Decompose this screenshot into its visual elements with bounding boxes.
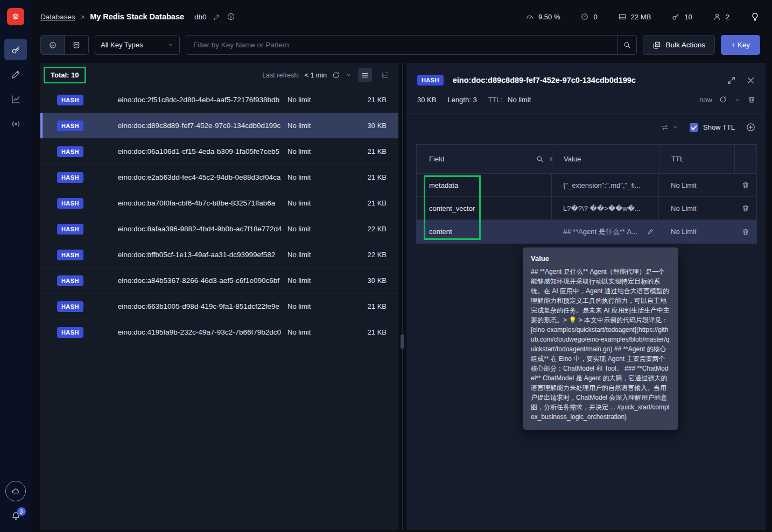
database-info-button[interactable] xyxy=(227,12,235,21)
key-ttl: No limit xyxy=(287,302,348,310)
field-row[interactable]: content_vectorL?�?\? ��>��w�...No Limit xyxy=(417,197,756,220)
search-button[interactable] xyxy=(617,36,636,54)
topbar: Databases > My Redis Stack Database db0 … xyxy=(31,0,772,33)
filter-bar: All Key Types Bulk Actions + Key xyxy=(40,35,760,55)
edit-value-button[interactable] xyxy=(647,228,654,235)
insights-button[interactable] xyxy=(750,12,760,22)
sidebar-item-browser[interactable] xyxy=(4,39,27,60)
field-search-button[interactable] xyxy=(536,155,544,164)
last-refresh-label: Last refresh: xyxy=(262,72,299,79)
key-row[interactable]: HASHeino:doc:ba70f0fa-cbf6-4b7c-b8be-832… xyxy=(40,190,398,216)
key-row[interactable]: HASHeino:doc:663b1005-d98d-419c-9fa1-851… xyxy=(40,294,398,320)
detail-controls: Show TTL xyxy=(406,114,766,140)
key-row[interactable]: HASHeino:doc:e2a563dd-fec4-45c2-94db-0e8… xyxy=(40,165,398,190)
key-type-badge: HASH xyxy=(57,120,83,131)
key-row[interactable]: HASHeino:doc:d89c8d89-fef7-452e-97c0-134… xyxy=(40,113,398,139)
circle-minus-icon xyxy=(48,41,57,49)
delete-key-button[interactable] xyxy=(747,95,756,104)
refresh-key-button[interactable] xyxy=(719,95,727,104)
key-name: eino:doc:06a106d1-cf15-4eda-b309-1fa05fe… xyxy=(118,147,287,155)
field-row[interactable]: content## **Agent 是什么** A...No Limit xyxy=(417,220,756,243)
detail-meta-row: 30 KB Length: 3 TTL: No limit now xyxy=(406,86,766,104)
key-row[interactable]: HASHeino:doc:a84b5367-8266-46d3-aef5-c6f… xyxy=(40,268,398,294)
key-row[interactable]: HASHeino:doc:8afaa396-9882-4bd4-9b0b-ac7… xyxy=(40,216,398,242)
key-row[interactable]: HASHeino:doc:4195fa9b-232c-49a7-93c2-7b6… xyxy=(40,320,398,345)
close-panel-button[interactable] xyxy=(746,75,756,86)
value-format-button[interactable] xyxy=(661,123,679,132)
column-resize-handle[interactable] xyxy=(548,155,555,162)
app-root: 3 Databases > My Redis Stack Database db… xyxy=(0,0,772,532)
sidebar-item-pubsub[interactable] xyxy=(4,113,27,134)
memory-stat: 22 MB xyxy=(618,12,651,21)
bulk-actions-button[interactable]: Bulk Actions xyxy=(643,35,715,55)
key-name: eino:doc:a84b5367-8266-46d3-aef5-c6f1e09… xyxy=(118,276,287,285)
bulk-actions-label: Bulk Actions xyxy=(666,41,706,49)
key-size: 21 KB xyxy=(348,96,387,104)
delete-field-button[interactable] xyxy=(741,181,750,189)
key-ttl: No limit xyxy=(287,328,348,336)
field-value: {"_extension":".md","_fi... xyxy=(563,181,654,189)
key-ttl: No limit xyxy=(287,122,348,130)
resizer-handle[interactable] xyxy=(401,335,404,349)
key-type-badge: HASH xyxy=(57,327,83,338)
cloud-button[interactable] xyxy=(5,481,26,501)
field-value-cell: L?�?\? ��>��w�... xyxy=(552,197,659,219)
bulk-actions-icon xyxy=(652,41,661,49)
notification-badge: 3 xyxy=(17,507,26,516)
key-list-header: Total: 10 Last refresh: < 1 min xyxy=(40,63,398,87)
filter-by-type-toggle[interactable] xyxy=(41,36,65,54)
key-name: eino:doc:4195fa9b-232c-49a7-93c2-7b66f79… xyxy=(118,328,287,336)
commands-speed-icon xyxy=(580,12,589,21)
search-indexes-toggle[interactable] xyxy=(65,36,88,54)
tree-view-button[interactable] xyxy=(378,68,392,82)
last-refresh-value: < 1 min xyxy=(305,72,327,79)
chevron-down-icon xyxy=(672,124,679,131)
key-row[interactable]: HASHeino:doc:06a106d1-cf15-4eda-b309-1fa… xyxy=(40,139,398,165)
key-name: eino:doc:663b1005-d98d-419c-9fa1-851dcf2… xyxy=(118,302,287,310)
key-row[interactable]: HASHeino:doc:bffb05cf-1e13-49af-aa31-dc9… xyxy=(40,242,398,268)
key-type-dropdown[interactable]: All Key Types xyxy=(95,35,180,55)
memory-value: 22 MB xyxy=(631,13,651,21)
sidebar-item-analytics[interactable] xyxy=(4,88,27,110)
refresh-key-options-chevron[interactable] xyxy=(734,96,741,103)
delete-field-button[interactable] xyxy=(741,228,750,236)
ttl-column-header: TTL xyxy=(671,155,684,163)
database-stats: 9.50 % 0 22 MB 10 2 xyxy=(525,12,760,22)
clients-value: 2 xyxy=(726,13,729,21)
key-search-box xyxy=(186,35,637,55)
add-field-button[interactable] xyxy=(746,122,756,132)
swap-icon xyxy=(661,123,669,132)
panel-resizer[interactable] xyxy=(398,63,406,530)
total-keys-label: Total: 10 xyxy=(44,67,86,83)
sidebar-item-workbench[interactable] xyxy=(4,63,27,85)
refresh-keys-button[interactable] xyxy=(332,71,340,80)
edit-database-button[interactable] xyxy=(213,13,220,20)
refresh-options-chevron[interactable] xyxy=(345,72,352,79)
key-row[interactable]: HASHeino:doc:2f51c8dc-2d80-4eb4-aaf5-721… xyxy=(40,87,398,113)
add-key-button[interactable]: + Key xyxy=(721,35,760,55)
checkbox-checked-icon xyxy=(690,123,698,132)
lightbulb-icon xyxy=(750,12,760,22)
key-ttl: No limit xyxy=(287,199,348,207)
db-index-label: db0 xyxy=(194,13,207,21)
breadcrumb-databases-link[interactable]: Databases xyxy=(40,13,75,21)
expand-panel-button[interactable] xyxy=(726,75,736,86)
field-name: content xyxy=(417,220,552,243)
commands-value: 0 xyxy=(593,13,597,21)
ttl-label: TTL: xyxy=(488,96,503,104)
field-row[interactable]: metadata{"_extension":".md","_fi...No Li… xyxy=(417,174,756,197)
total-keys-stat: 10 xyxy=(671,12,692,21)
clients-stat: 2 xyxy=(713,12,729,21)
key-type-badge: HASH xyxy=(57,250,83,260)
pubsub-broadcast-icon xyxy=(11,119,21,129)
key-size: 21 KB xyxy=(348,173,387,181)
notifications-button[interactable]: 3 xyxy=(11,511,21,521)
key-type-badge: HASH xyxy=(57,95,83,105)
field-actions-cell xyxy=(734,174,756,196)
cloud-icon xyxy=(11,487,20,495)
list-view-button[interactable] xyxy=(358,68,372,82)
show-ttl-checkbox[interactable]: Show TTL xyxy=(690,123,735,132)
key-name: eino:doc:d89c8d89-fef7-452e-97c0-134cdb0… xyxy=(118,122,287,130)
key-search-input[interactable] xyxy=(186,36,617,54)
delete-field-button[interactable] xyxy=(741,204,750,212)
